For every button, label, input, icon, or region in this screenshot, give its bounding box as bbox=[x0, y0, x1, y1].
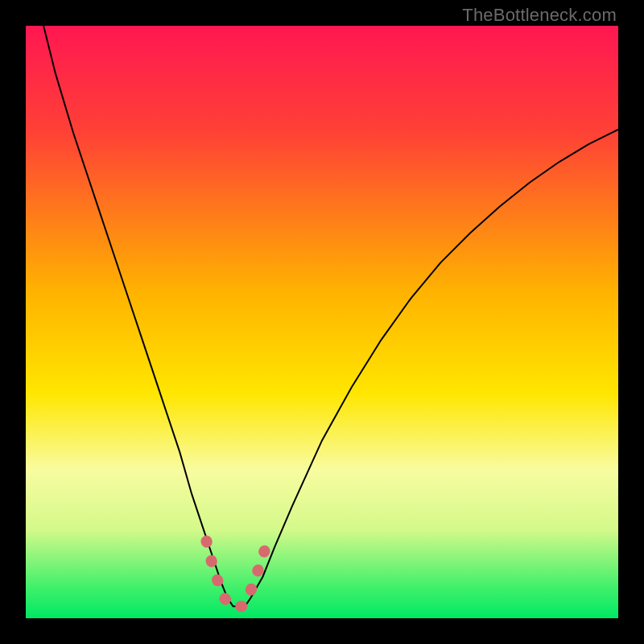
gradient-background bbox=[26, 26, 618, 618]
watermark-text: TheBottleneck.com bbox=[462, 5, 617, 26]
chart-frame: TheBottleneck.com bbox=[0, 0, 644, 644]
chart-svg bbox=[26, 26, 618, 618]
plot-area bbox=[26, 26, 618, 618]
